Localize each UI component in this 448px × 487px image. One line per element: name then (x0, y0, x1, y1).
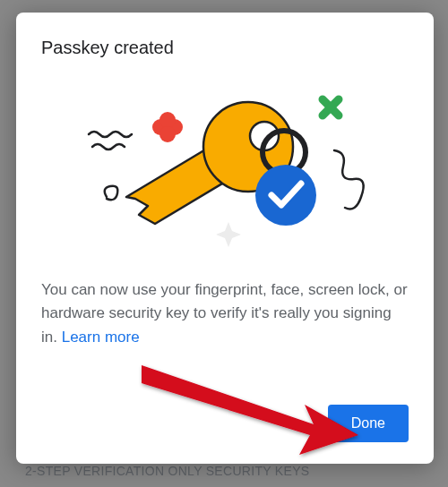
dialog-actions: Done (41, 405, 409, 442)
svg-point-2 (159, 112, 176, 128)
svg-point-3 (159, 126, 176, 142)
dialog-body: You can now use your fingerprint, face, … (41, 278, 409, 349)
dialog-title: Passkey created (41, 38, 409, 58)
done-button[interactable]: Done (328, 405, 409, 442)
key-illustration (41, 76, 409, 255)
backdrop-security-keys-label: 2-STEP VERIFICATION ONLY SECURITY KEYS (25, 464, 309, 478)
passkey-created-dialog: Passkey created (16, 13, 434, 464)
learn-more-link[interactable]: Learn more (62, 329, 140, 346)
key-illustration-svg (73, 81, 377, 251)
svg-point-9 (255, 165, 316, 226)
